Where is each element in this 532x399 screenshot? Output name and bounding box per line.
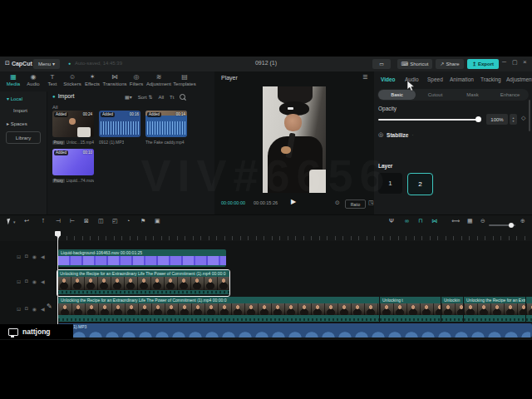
tab-tracking[interactable]: Tracking xyxy=(480,76,501,82)
fit-preview-icon[interactable]: ⊙ xyxy=(335,200,340,206)
display-resolution-button[interactable]: ▭ xyxy=(372,59,391,69)
keyframe-icon[interactable]: ◇ xyxy=(521,115,525,121)
select-tool-button[interactable]: ▾ xyxy=(7,219,16,224)
clip-main-3[interactable]: Unlockin xyxy=(441,297,463,322)
filter-all-button[interactable]: All xyxy=(158,95,164,100)
delete-button[interactable]: ⊠ xyxy=(84,218,89,224)
opacity-slider[interactable] xyxy=(378,119,478,121)
sidebar-item-library[interactable]: Library xyxy=(6,131,41,144)
clip-main-1[interactable]: Unlocking the Recipe for an Extraordinar… xyxy=(58,297,379,322)
track-thumb-icon[interactable]: ⊡ xyxy=(17,254,21,259)
opacity-stepper[interactable]: ▴ ▾ xyxy=(510,114,517,125)
tab-adjustment-insp[interactable]: Adjustment xyxy=(506,76,532,82)
tab-animation[interactable]: Animation xyxy=(450,76,474,82)
clip-selected[interactable]: Unlocking the Recipe for an Extraordinar… xyxy=(57,269,230,297)
subtab-enhance[interactable]: Enhance xyxy=(491,90,529,100)
speed-button[interactable]: ◔ xyxy=(126,218,130,224)
voiceover-mic-button[interactable]: Ψ xyxy=(389,218,394,224)
grid-view-button[interactable]: ▦▾ xyxy=(125,94,132,100)
tab-text[interactable]: T Text xyxy=(44,73,61,86)
stabilize-row[interactable]: ◎ Stabilize · xyxy=(378,131,413,138)
zoom-in-button[interactable]: ⊕ xyxy=(520,218,525,224)
trim-right-button[interactable]: ⊢ xyxy=(70,218,75,224)
tab-audio[interactable]: ◉ Audio xyxy=(24,73,42,86)
media-card-audio2[interactable]: Added 00:14 xyxy=(145,111,187,137)
sort-button[interactable]: Sort ⇅ xyxy=(138,94,153,100)
filter-text-button[interactable]: Tt xyxy=(170,95,174,100)
lock-icon[interactable]: ◘ xyxy=(25,254,28,259)
file-name: Liquid...74.mov xyxy=(66,178,94,183)
transform-button[interactable]: ▣ xyxy=(155,218,160,224)
tab-video[interactable]: Video xyxy=(381,76,396,82)
clip-main-5[interactable] xyxy=(526,297,532,322)
layer-option-1[interactable]: 1 xyxy=(378,173,402,194)
tab-transitions[interactable]: ⋈ Transitions xyxy=(101,73,128,86)
subtab-cutout[interactable]: Cutout xyxy=(416,90,454,100)
mirror-button[interactable]: ◫ xyxy=(98,218,104,224)
opacity-value-field[interactable]: 100% xyxy=(486,114,508,125)
zoom-out-button[interactable]: ⊖ xyxy=(480,218,485,224)
play-button[interactable]: ▶ xyxy=(291,198,296,205)
sidebar-item-local[interactable]: ▾ Local xyxy=(7,96,22,101)
lock-icon[interactable]: ◘ xyxy=(25,278,28,284)
pencil-icon[interactable]: ✎ xyxy=(47,303,52,310)
link-toggle[interactable]: ∞ xyxy=(405,218,409,224)
eye-icon[interactable]: ◉ xyxy=(32,254,37,259)
media-card-video1[interactable]: Added 00:24 xyxy=(52,111,94,137)
track-thumb-icon[interactable]: ⊡ xyxy=(17,306,21,312)
clip-main-2[interactable]: Unlocking t xyxy=(380,297,441,322)
mute-icon[interactable]: ◀ xyxy=(41,278,45,284)
split-button[interactable]: ⊺ xyxy=(42,218,45,224)
mute-icon[interactable]: ◀ xyxy=(41,306,45,312)
trim-left-button[interactable]: ⊣ xyxy=(56,218,61,224)
share-button[interactable]: ↗ Share xyxy=(436,59,464,69)
crop-button[interactable]: ◰ xyxy=(112,218,118,224)
lock-icon[interactable]: ◘ xyxy=(25,306,28,312)
clip-audio[interactable]: 0912 (1).MP3 xyxy=(58,323,532,337)
tab-stickers[interactable]: ☺ Stickers xyxy=(62,73,83,86)
ratio-button[interactable]: Ratio xyxy=(345,200,366,209)
snap-toggle[interactable]: ⋈ xyxy=(431,218,437,224)
tab-label: Media xyxy=(7,81,20,86)
export-button[interactable]: ↥ Export xyxy=(467,59,499,69)
mute-icon[interactable]: ◀ xyxy=(41,254,45,259)
player-menu-icon[interactable]: ☰ xyxy=(362,74,367,81)
clip-overlay-purple[interactable]: Liquid-background-106463.mov 00:00:01:25 xyxy=(58,249,226,267)
tab-speed[interactable]: Speed xyxy=(427,76,443,82)
render-preview-button[interactable]: ▦ xyxy=(467,218,473,224)
eye-icon[interactable]: ◉ xyxy=(32,278,37,284)
media-card-audio1[interactable]: Added 00:16 xyxy=(99,111,140,137)
maximize-button[interactable]: ▢ xyxy=(512,59,518,66)
undo-button[interactable]: ↩ xyxy=(24,218,29,224)
fullscreen-icon[interactable]: ◳ xyxy=(368,200,374,206)
tab-adjustment[interactable]: ≋ Adjustment xyxy=(145,73,172,86)
tab-effects[interactable]: ✶ Effects xyxy=(83,73,101,86)
close-button[interactable]: × xyxy=(523,58,527,66)
layer-label: Layer xyxy=(378,163,392,169)
inspector-scrollbar[interactable] xyxy=(529,100,530,131)
magnet-toggle[interactable]: ⊓ xyxy=(418,218,422,224)
tab-media[interactable]: ▦ Media xyxy=(3,73,23,86)
opacity-slider-handle[interactable] xyxy=(475,116,481,122)
search-icon[interactable] xyxy=(180,94,185,100)
layer-option-2[interactable]: 2 xyxy=(407,173,433,195)
clip-main-4[interactable]: Unlocking the Recipe for an Extraordi xyxy=(464,297,525,322)
templates-icon: ▤ xyxy=(181,73,188,81)
import-media-button[interactable]: ● Import xyxy=(52,93,74,99)
video-preview[interactable] xyxy=(263,86,326,193)
tab-templates[interactable]: ▤ Templates xyxy=(172,73,197,86)
timeline-zoom-handle[interactable] xyxy=(509,223,514,228)
preview-axis-button[interactable]: ⟺ xyxy=(451,218,460,224)
subtab-mask[interactable]: Mask xyxy=(454,90,491,100)
menu-button[interactable]: Menu ▾ xyxy=(33,59,60,69)
track-thumb-icon[interactable]: ⊡ xyxy=(17,278,21,284)
sidebar-item-spaces[interactable]: ▸ Spaces xyxy=(7,121,27,126)
tab-filters[interactable]: ◎ Filters xyxy=(128,73,145,86)
timeline-ruler[interactable] xyxy=(58,236,532,240)
sidebar-item-import[interactable]: Import xyxy=(13,108,27,113)
marker-button[interactable]: ⚑ xyxy=(140,218,145,224)
eye-icon[interactable]: ◉ xyxy=(32,306,37,312)
media-card-video2[interactable]: Added 00:10 xyxy=(52,149,94,175)
shortcut-button[interactable]: ⌨ Shortcut xyxy=(397,59,432,69)
minimize-button[interactable]: ─ xyxy=(502,59,506,65)
